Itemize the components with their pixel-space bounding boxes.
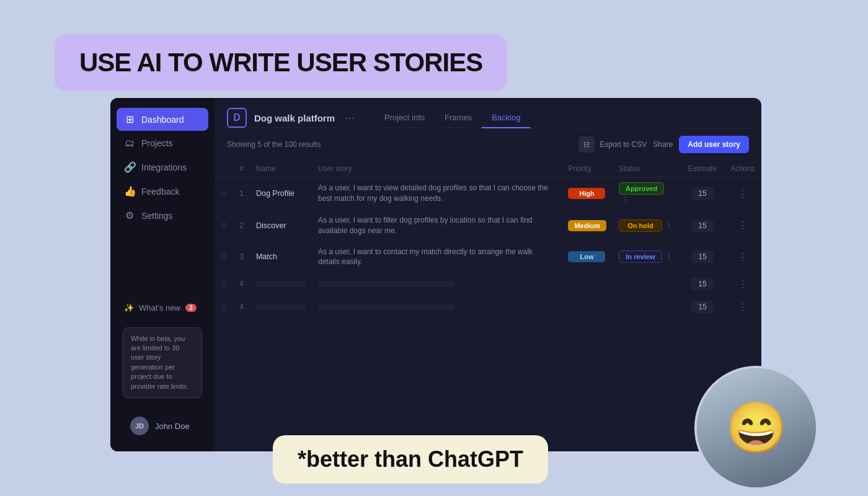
- add-user-story-button[interactable]: Add user story: [679, 136, 749, 153]
- user-name: John Doe: [155, 422, 190, 431]
- table-row: ⠿ 2 Discover As a user, I want to filter…: [215, 210, 761, 242]
- status-badge[interactable]: Approved: [619, 182, 664, 195]
- tab-label-project-info: Project info: [384, 113, 425, 122]
- main-content: D Dog walk platform ⋯ Project info Frame…: [215, 98, 761, 451]
- sidebar-item-label-feedback: Feedback: [141, 187, 179, 197]
- row-status: [613, 273, 681, 296]
- row-name: [250, 273, 312, 296]
- project-menu-icon[interactable]: ⋯: [345, 112, 355, 124]
- col-story: User story: [312, 161, 562, 177]
- tab-label-frames: Frames: [445, 113, 472, 122]
- row-actions-menu[interactable]: ⋮: [734, 278, 751, 291]
- status-badge[interactable]: On hold: [619, 219, 662, 232]
- filter-button[interactable]: ⊟: [578, 136, 595, 153]
- row-priority: Medium: [562, 210, 613, 242]
- row-priority: [562, 273, 613, 296]
- presenter-avatar: [694, 366, 818, 490]
- drag-handle[interactable]: ⠿: [221, 188, 227, 198]
- project-logo: D: [227, 108, 247, 128]
- row-actions-menu[interactable]: ⋮: [734, 187, 751, 200]
- sidebar-bottom: ✨ What's new 3 While in beta, you are li…: [110, 292, 215, 441]
- showing-text: Showing 5 of the 100 results: [227, 140, 574, 149]
- row-actions-menu[interactable]: ⋮: [734, 250, 751, 264]
- col-estimate: Estimate: [681, 161, 724, 177]
- row-story: [312, 296, 562, 319]
- tab-backlog[interactable]: Backlog: [482, 108, 530, 128]
- sidebar-item-whats-new[interactable]: ✨ What's new 3: [117, 298, 208, 317]
- project-logo-letter: D: [233, 112, 241, 123]
- status-badge[interactable]: In review: [619, 250, 662, 263]
- integrations-icon: 🔗: [124, 161, 135, 173]
- tab-frames[interactable]: Frames: [435, 108, 482, 128]
- sidebar-item-label-projects: Projects: [141, 138, 173, 148]
- drag-handle[interactable]: ⠿: [221, 302, 227, 312]
- drag-handle[interactable]: ⠿: [221, 221, 227, 231]
- row-status: In review⋮: [613, 241, 681, 273]
- row-name: Dog Profile: [250, 177, 312, 210]
- col-num: #: [233, 161, 250, 177]
- project-header: D Dog walk platform ⋯ Project info Frame…: [215, 98, 761, 128]
- row-actions: ⋮: [724, 296, 761, 319]
- share-button[interactable]: Share: [653, 140, 673, 149]
- row-num: 4: [233, 296, 250, 319]
- estimate-value: 15: [691, 187, 714, 200]
- drag-handle[interactable]: ⠿: [221, 279, 227, 289]
- row-status: [613, 296, 681, 319]
- sidebar-item-label-integrations: Integrations: [141, 162, 187, 172]
- row-priority: Low: [562, 241, 613, 273]
- beta-notice: While in beta, you are limited to 30 use…: [123, 327, 202, 398]
- tab-project-info[interactable]: Project info: [374, 108, 435, 128]
- table-wrap: # Name User story Priority Status Estima…: [215, 161, 761, 451]
- row-story: [312, 273, 562, 296]
- row-name: [250, 296, 312, 319]
- row-actions-menu[interactable]: ⋮: [734, 301, 751, 314]
- row-estimate: 15: [681, 241, 724, 273]
- row-actions: ⋮: [724, 241, 761, 273]
- sidebar-item-settings[interactable]: ⚙ Settings: [117, 204, 208, 227]
- sidebar-item-projects[interactable]: 🗂 Projects: [117, 132, 208, 154]
- bottom-banner-text: *better than ChatGPT: [298, 446, 523, 472]
- beta-notice-text: While in beta, you are limited to 30 use…: [131, 335, 188, 390]
- row-name: Discover: [250, 210, 312, 242]
- row-status: On hold⋮: [613, 210, 681, 242]
- dashboard-icon: ⊞: [124, 113, 135, 125]
- sidebar-item-label-dashboard: Dashboard: [141, 115, 184, 125]
- sidebar-item-dashboard[interactable]: ⊞ Dashboard: [117, 108, 208, 131]
- row-actions-menu[interactable]: ⋮: [734, 219, 751, 232]
- row-actions: ⋮: [724, 273, 761, 296]
- priority-badge[interactable]: High: [568, 188, 605, 199]
- status-menu[interactable]: ⋮: [665, 220, 673, 230]
- export-csv-button[interactable]: Export to CSV: [600, 140, 647, 149]
- priority-badge[interactable]: Medium: [568, 220, 606, 231]
- app-window: ⊞ Dashboard 🗂 Projects 🔗 Integrations 👍 …: [110, 98, 761, 451]
- status-menu[interactable]: ⋮: [665, 251, 673, 261]
- table-row: ⠿ 1 Dog Profile As a user, I want to vie…: [215, 177, 761, 210]
- user-row[interactable]: JD John Doe: [123, 410, 202, 441]
- user-initials: JD: [135, 422, 144, 430]
- drag-handle[interactable]: ⠿: [221, 252, 227, 262]
- whats-new-label: What's new: [139, 303, 180, 312]
- estimate-value: 15: [691, 219, 714, 232]
- tab-label-backlog: Backlog: [492, 113, 520, 122]
- backlog-table: # Name User story Priority Status Estima…: [215, 161, 761, 319]
- sidebar-item-integrations[interactable]: 🔗 Integrations: [117, 156, 208, 179]
- priority-badge[interactable]: Low: [568, 251, 605, 262]
- bottom-banner: *better than ChatGPT: [273, 435, 548, 484]
- filter-icon: ⊟: [583, 140, 590, 149]
- row-priority: High: [562, 177, 613, 210]
- row-status: Approved⋮: [613, 177, 681, 210]
- sidebar-nav: ⊞ Dashboard 🗂 Projects 🔗 Integrations 👍 …: [110, 108, 215, 292]
- table-row: ⠿ 4 15 ⋮: [215, 296, 761, 319]
- user-avatar: JD: [130, 417, 149, 435]
- table-body: ⠿ 1 Dog Profile As a user, I want to vie…: [215, 177, 761, 319]
- sidebar-item-feedback[interactable]: 👍 Feedback: [117, 180, 208, 203]
- row-story: As a user, I want to contact my match di…: [312, 241, 562, 273]
- settings-icon: ⚙: [124, 210, 135, 221]
- row-name: Match: [250, 241, 312, 273]
- estimate-value: 15: [691, 250, 714, 263]
- top-banner: USE AI TO WRITE USER STORIES: [55, 34, 507, 91]
- row-num: 2: [233, 210, 250, 242]
- row-num: 4: [233, 273, 250, 296]
- status-menu[interactable]: ⋮: [621, 195, 630, 205]
- avatar-face: [697, 368, 816, 487]
